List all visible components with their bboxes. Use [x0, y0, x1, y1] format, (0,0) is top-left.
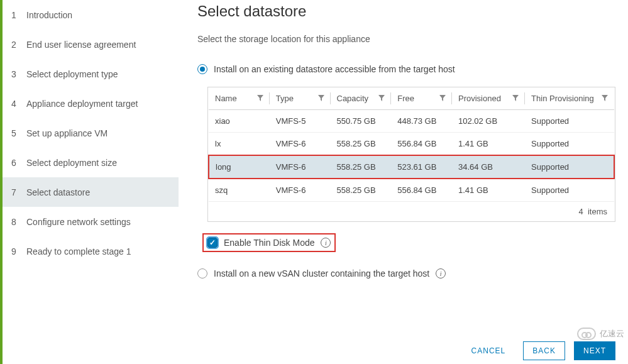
- watermark-text: 亿速云: [600, 328, 624, 339]
- cell-free: 556.84 GB: [391, 179, 452, 202]
- step-number: 2: [11, 40, 19, 50]
- radio-unchecked-icon: [197, 268, 207, 279]
- option-label: Install on an existing datastore accessi…: [214, 64, 455, 74]
- next-button[interactable]: NEXT: [574, 341, 615, 360]
- table-row[interactable]: xiao VMFS-5 550.75 GB 448.73 GB 102.02 G…: [209, 110, 614, 133]
- step-label: Select datastore: [26, 187, 90, 197]
- step-label: Ready to complete stage 1: [26, 246, 131, 256]
- cell-capacity: 558.25 GB: [331, 133, 392, 156]
- cell-provisioned: 1.41 GB: [452, 133, 525, 156]
- watermark: 亿速云: [577, 328, 624, 340]
- page-subtitle: Select the storage location for this app…: [197, 34, 615, 44]
- main-panel: Select datastore Select the storage loca…: [179, 0, 628, 364]
- info-icon[interactable]: i: [321, 238, 331, 248]
- cell-type: VMFS-5: [270, 110, 331, 133]
- col-free[interactable]: Free: [391, 87, 452, 110]
- col-provisioned[interactable]: Provisioned: [452, 87, 525, 110]
- info-icon[interactable]: i: [436, 268, 446, 279]
- step-number: 3: [11, 69, 19, 79]
- cell-thin: Supported: [525, 179, 614, 202]
- table-row-selected[interactable]: long VMFS-6 558.25 GB 523.61 GB 34.64 GB…: [209, 155, 614, 179]
- table-row[interactable]: szq VMFS-6 558.25 GB 556.84 GB 1.41 GB S…: [209, 179, 614, 202]
- step-label: Select deployment type: [26, 69, 118, 79]
- cell-provisioned: 102.02 GB: [452, 110, 525, 133]
- cell-free: 448.73 GB: [391, 110, 452, 133]
- cell-free: 556.84 GB: [391, 133, 452, 156]
- filter-icon[interactable]: [439, 94, 446, 103]
- cell-type: VMFS-6: [270, 133, 331, 156]
- step-label: Set up appliance VM: [26, 128, 107, 138]
- sidebar-step-6[interactable]: 6 Select deployment size: [3, 148, 179, 177]
- filter-icon[interactable]: [257, 94, 263, 103]
- item-count: 4: [578, 207, 583, 216]
- filter-icon[interactable]: [602, 94, 608, 103]
- col-thin-provisioning[interactable]: Thin Provisioning: [525, 87, 614, 110]
- cell-capacity: 550.75 GB: [331, 110, 392, 133]
- radio-checked-icon: [197, 64, 207, 74]
- wizard-footer: CANCEL BACK NEXT: [197, 338, 628, 364]
- table-row[interactable]: lx VMFS-6 558.25 GB 556.84 GB 1.41 GB Su…: [209, 133, 614, 156]
- wizard-sidebar: 1 Introduction 2 End user license agreem…: [0, 0, 179, 364]
- filter-icon[interactable]: [378, 94, 385, 103]
- step-label: Select deployment size: [26, 158, 117, 168]
- step-number: 5: [11, 128, 19, 138]
- cell-free: 523.61 GB: [391, 155, 452, 179]
- cell-type: VMFS-6: [270, 179, 331, 202]
- checkbox-checked-icon: ✓: [207, 238, 218, 248]
- step-label: Configure network settings: [26, 217, 131, 227]
- page-title: Select datastore: [197, 3, 615, 20]
- cell-type: VMFS-6: [270, 155, 331, 179]
- step-number: 8: [11, 217, 19, 227]
- datastore-table: Name Type Capacity Free Provisioned Thin…: [207, 87, 615, 222]
- cell-name: szq: [209, 179, 270, 202]
- step-label: Introduction: [26, 10, 72, 20]
- item-count-label: items: [588, 207, 607, 216]
- cell-name: xiao: [209, 110, 270, 133]
- back-button[interactable]: BACK: [523, 341, 565, 360]
- table-footer: 4 items: [208, 202, 615, 221]
- cancel-button[interactable]: CANCEL: [463, 341, 515, 360]
- step-number: 4: [11, 99, 19, 109]
- filter-icon[interactable]: [512, 94, 519, 103]
- cell-name: long: [209, 155, 270, 179]
- col-name[interactable]: Name: [209, 87, 270, 110]
- step-number: 7: [11, 187, 19, 197]
- step-label: End user license agreement: [26, 40, 136, 50]
- cell-capacity: 558.25 GB: [331, 179, 392, 202]
- sidebar-step-1[interactable]: 1 Introduction: [3, 0, 179, 30]
- cell-capacity: 558.25 GB: [331, 155, 392, 179]
- cell-name: lx: [209, 133, 270, 156]
- step-number: 6: [11, 158, 19, 168]
- step-number: 9: [11, 246, 19, 256]
- cell-thin: Supported: [525, 155, 614, 179]
- col-type[interactable]: Type: [270, 87, 331, 110]
- thin-disk-mode-toggle[interactable]: ✓ Enable Thin Disk Mode i: [202, 233, 336, 252]
- sidebar-step-9[interactable]: 9 Ready to complete stage 1: [3, 236, 179, 266]
- cell-thin: Supported: [525, 133, 614, 156]
- col-capacity[interactable]: Capacity: [331, 87, 392, 110]
- cloud-icon: [577, 328, 596, 340]
- sidebar-step-7[interactable]: 7 Select datastore: [3, 177, 179, 207]
- table-header-row: Name Type Capacity Free Provisioned Thin…: [209, 87, 614, 110]
- option-existing-datastore[interactable]: Install on an existing datastore accessi…: [197, 64, 615, 74]
- sidebar-step-8[interactable]: 8 Configure network settings: [3, 207, 179, 236]
- cell-provisioned: 34.64 GB: [452, 155, 525, 179]
- sidebar-step-4[interactable]: 4 Appliance deployment target: [3, 89, 179, 118]
- filter-icon[interactable]: [318, 94, 324, 103]
- sidebar-step-5[interactable]: 5 Set up appliance VM: [3, 118, 179, 148]
- sidebar-step-3[interactable]: 3 Select deployment type: [3, 59, 179, 89]
- checkbox-label: Enable Thin Disk Mode: [224, 238, 314, 248]
- cell-provisioned: 1.41 GB: [452, 179, 525, 202]
- step-number: 1: [11, 10, 19, 20]
- sidebar-step-2[interactable]: 2 End user license agreement: [3, 30, 179, 59]
- option-label: Install on a new vSAN cluster containing…: [214, 268, 429, 279]
- step-label: Appliance deployment target: [26, 99, 138, 109]
- cell-thin: Supported: [525, 110, 614, 133]
- option-new-vsan[interactable]: Install on a new vSAN cluster containing…: [197, 268, 615, 279]
